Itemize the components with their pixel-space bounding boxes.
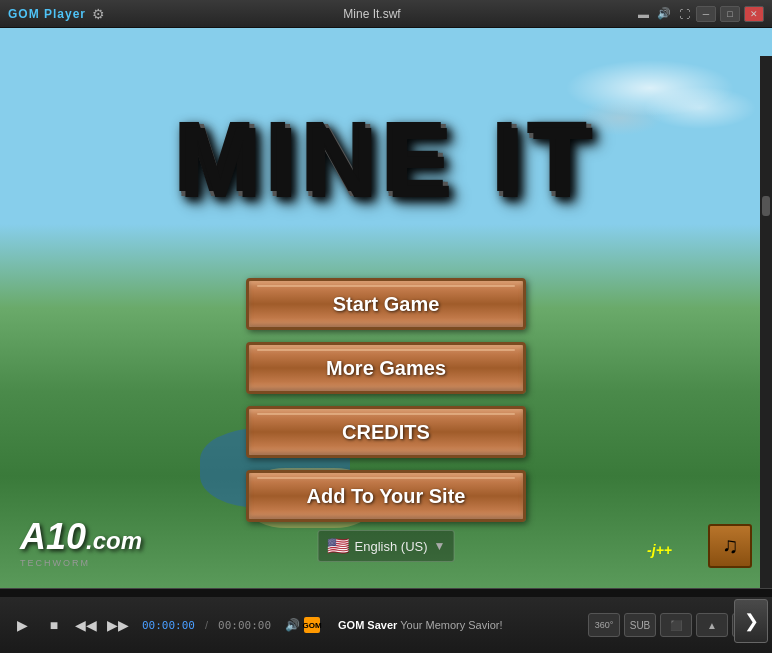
game-title-text: MINE IT	[175, 101, 598, 216]
music-icon: ♫	[722, 533, 739, 559]
flag-icon: 🇺🇸	[327, 535, 349, 557]
chevron-right-icon: ❯	[744, 610, 759, 632]
language-text: English (US)	[355, 539, 428, 554]
title-bar-left: GOM Player ⚙	[8, 6, 108, 22]
stop-button[interactable]: ■	[40, 611, 68, 639]
total-time: 00:00:00	[218, 619, 271, 632]
title-bar: GOM Player ⚙ Mine It.swf ▬ 🔊 ⛶ ─ □ ✕	[0, 0, 772, 28]
volume-icon: 🔊	[285, 618, 300, 632]
current-time: 00:00:00	[142, 619, 195, 632]
play-button[interactable]: ▶	[8, 611, 36, 639]
a10-text: A10	[20, 516, 86, 557]
signal-icon: ▬	[638, 8, 649, 20]
gom-icon: GOM	[304, 617, 320, 633]
capture-button[interactable]: ⬛	[660, 613, 692, 637]
control-bar: ▶ ■ ◀◀ ▶▶ 00:00:00 / 00:00:00 🔊 GOM GOM …	[0, 588, 772, 653]
title-bar-filename: Mine It.swf	[343, 7, 400, 21]
next-nav-button[interactable]: ❯	[734, 599, 768, 643]
a10-logo: A10.com	[20, 516, 142, 558]
a10-suffix: .com	[86, 527, 142, 554]
dropdown-arrow-icon: ▼	[434, 539, 446, 553]
sub-button[interactable]: SUB	[624, 613, 656, 637]
controls-row: ▶ ■ ◀◀ ▶▶ 00:00:00 / 00:00:00 🔊 GOM GOM …	[0, 597, 772, 653]
credits-button[interactable]: CREDITS	[246, 406, 526, 458]
add-to-site-button[interactable]: Add To Your Site	[246, 470, 526, 522]
scrollbar-thumb[interactable]	[762, 196, 770, 216]
language-selector[interactable]: 🇺🇸 English (US) ▼	[318, 530, 455, 562]
restore-button[interactable]: □	[720, 6, 740, 22]
audio-icon: 🔊	[657, 7, 671, 20]
gear-icon[interactable]: ⚙	[92, 6, 108, 22]
music-button[interactable]: ♫	[708, 524, 752, 568]
title-bar-controls: ▬ 🔊 ⛶ ─ □ ✕	[636, 6, 764, 22]
close-button[interactable]: ✕	[744, 6, 764, 22]
resize-icon: ⛶	[679, 8, 690, 20]
360-button[interactable]: 360°	[588, 613, 620, 637]
gom-saver-text: GOM Saver Your Memory Savior!	[338, 619, 584, 631]
minimize-button[interactable]: ─	[696, 6, 716, 22]
gom-player-logo: GOM Player	[8, 7, 86, 21]
more-games-button[interactable]: More Games	[246, 342, 526, 394]
scrollbar[interactable]	[760, 56, 772, 588]
progress-bar-container[interactable]	[0, 589, 772, 597]
eq-button[interactable]: ▲	[696, 613, 728, 637]
version-text: -j++	[647, 542, 672, 558]
game-title-container: MINE IT	[96, 68, 676, 248]
menu-buttons: Start Game More Games CREDITS Add To You…	[246, 278, 526, 522]
prev-button[interactable]: ◀◀	[72, 611, 100, 639]
a10-subtitle: TECHWORM	[20, 558, 90, 568]
game-viewport: MINE IT -j++ Start Game More Games CREDI…	[0, 28, 772, 588]
next-track-button[interactable]: ▶▶	[104, 611, 132, 639]
start-game-button[interactable]: Start Game	[246, 278, 526, 330]
